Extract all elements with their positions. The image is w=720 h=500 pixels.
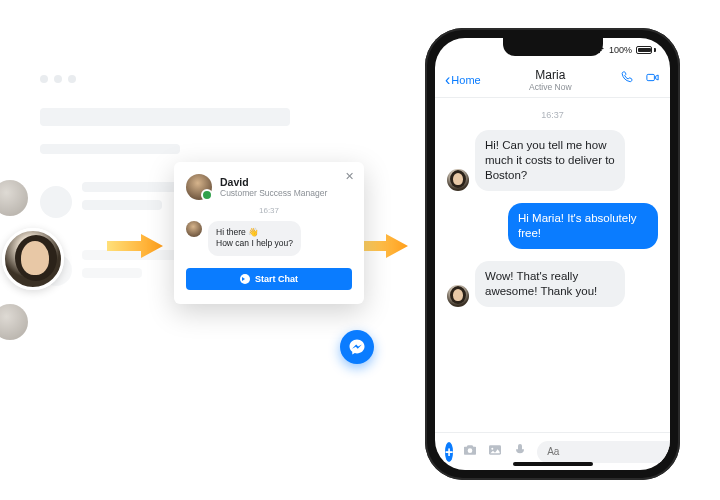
widget-timestamp: 16:37 xyxy=(186,206,352,215)
gallery-button[interactable] xyxy=(487,442,503,462)
start-chat-button[interactable]: Start Chat xyxy=(186,268,352,290)
contact-avatar xyxy=(447,169,469,191)
back-button[interactable]: ‹ Home xyxy=(445,74,481,86)
message-row: Hi Maria! It's absolutely free! xyxy=(447,203,658,249)
message-input[interactable] xyxy=(537,441,670,463)
message-row: Wow! That's really awesome! Thank you! xyxy=(447,261,658,307)
conversation-status: Active Now xyxy=(529,82,572,92)
message-bubble: Wow! That's really awesome! Thank you! xyxy=(475,261,625,307)
agent-name: David xyxy=(220,176,327,188)
phone-mockup: ▮▮▮ 100% ‹ Home Maria Active Now xyxy=(425,28,680,480)
agent-message: Hi there 👋 How can I help you? xyxy=(208,221,301,256)
battery-percent: 100% xyxy=(609,45,632,55)
start-chat-label: Start Chat xyxy=(255,274,298,284)
chat-timestamp: 16:37 xyxy=(447,110,658,120)
conversation-title: Maria xyxy=(529,68,572,82)
avatar xyxy=(0,180,28,216)
message-bubble: Hi Maria! It's absolutely free! xyxy=(508,203,658,249)
agent-avatar xyxy=(186,174,212,200)
message-row: Hi! Can you tell me how much it costs to… xyxy=(447,130,658,191)
avatar xyxy=(0,304,28,340)
phone-notch xyxy=(503,38,603,56)
add-button[interactable]: + xyxy=(445,442,453,462)
avatar-featured xyxy=(2,228,64,290)
camera-icon xyxy=(462,442,478,458)
window-controls xyxy=(40,75,370,83)
video-call-button[interactable] xyxy=(645,70,660,89)
video-icon xyxy=(645,70,660,85)
agent-role: Customer Success Manager xyxy=(220,188,327,198)
people-column xyxy=(0,180,64,358)
nav-bar: ‹ Home Maria Active Now xyxy=(435,62,670,98)
phone-icon xyxy=(620,70,635,85)
mic-button[interactable] xyxy=(512,442,528,462)
messenger-icon xyxy=(240,274,250,284)
chat-body[interactable]: 16:37 Hi! Can you tell me how much it co… xyxy=(435,98,670,432)
flow-arrow-icon xyxy=(105,232,165,260)
gallery-icon xyxy=(487,442,503,458)
back-label: Home xyxy=(451,74,480,86)
contact-avatar xyxy=(447,285,469,307)
call-button[interactable] xyxy=(620,70,635,89)
camera-button[interactable] xyxy=(462,442,478,462)
messenger-icon xyxy=(348,338,366,356)
svg-point-2 xyxy=(492,447,494,449)
home-indicator xyxy=(513,462,593,466)
mic-icon xyxy=(512,442,528,458)
close-button[interactable]: ✕ xyxy=(345,170,354,183)
messenger-fab[interactable] xyxy=(340,330,374,364)
chat-widget: ✕ David Customer Success Manager 16:37 H… xyxy=(174,162,364,304)
agent-avatar xyxy=(186,221,202,237)
svg-rect-0 xyxy=(647,74,655,80)
battery-icon xyxy=(636,46,656,54)
message-bubble: Hi! Can you tell me how much it costs to… xyxy=(475,130,625,191)
